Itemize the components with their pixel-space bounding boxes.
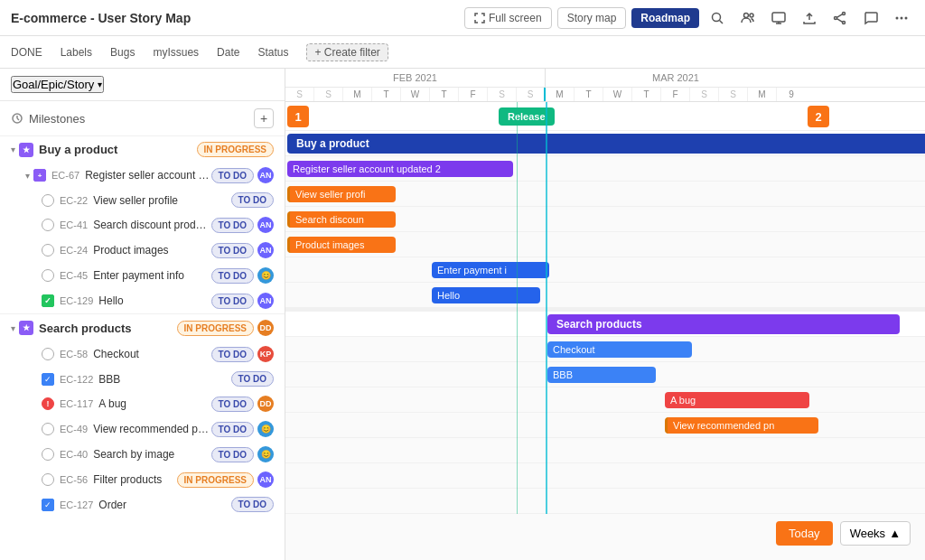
svg-line-11: [836, 18, 842, 22]
story-ec58[interactable]: EC-58 Checkout TO DO KP: [0, 341, 285, 367]
epic-buy-product-name: Buy a product: [39, 143, 197, 156]
story-ec41-right: TO DO AN: [211, 217, 274, 233]
day-s21: S: [314, 88, 343, 101]
goal-epic-story-dropdown[interactable]: Goal/Epic/Story ▾: [11, 76, 104, 93]
story-icon-ec117: !: [42, 397, 54, 410]
bar-a-bug[interactable]: A bug: [665, 392, 809, 408]
day-s27: S: [488, 88, 517, 101]
svg-point-12: [896, 16, 899, 19]
padding-row-3: [285, 489, 925, 514]
bar-search-products-epic[interactable]: Search products: [547, 314, 900, 334]
filter-done[interactable]: DONE: [11, 46, 42, 59]
story-name-ec58: Checkout: [93, 348, 210, 360]
bar-bbb[interactable]: BBB: [547, 367, 656, 383]
share-button[interactable]: [827, 5, 853, 31]
story-ec129[interactable]: ✓ EC-129 Hello TO DO AN: [0, 288, 285, 313]
day-s20: S: [285, 88, 314, 101]
story-ec56-right: IN PROGRESS AN: [177, 471, 274, 488]
epic-buy-product-icon: ★: [19, 143, 33, 157]
story-ec122[interactable]: ✓ EC-122 BBB TO DO: [0, 367, 285, 391]
avatar-search-products: DD: [257, 320, 274, 336]
day-t2: T: [575, 88, 603, 101]
avatar-ec67: AN: [257, 167, 274, 183]
bar-enter-payment[interactable]: Enter payment i: [432, 262, 549, 278]
roadmap-button[interactable]: Roadmap: [631, 8, 699, 28]
story-ec117[interactable]: ! EC-117 A bug TO DO DD: [0, 391, 285, 416]
avatar-ec40: 😊: [257, 446, 274, 462]
add-milestone-button[interactable]: +: [254, 108, 274, 128]
story-icon-ec41: [42, 219, 54, 231]
story-ec58-right: TO DO KP: [211, 346, 274, 362]
avatar-ec41: AN: [257, 217, 274, 233]
bar-checkout[interactable]: Checkout: [547, 341, 692, 358]
bar-register-seller[interactable]: Register seller account updated 2: [287, 161, 513, 177]
story-name-ec117: A bug: [98, 397, 210, 410]
filter-status[interactable]: Status: [257, 46, 288, 59]
epic-buy-product[interactable]: ▾ ★ Buy a product IN PROGRESS: [0, 136, 285, 163]
padding-row-2: [285, 463, 925, 489]
chevron-buy-product[interactable]: ▾: [11, 145, 15, 154]
story-name-ec56: Filter products: [93, 473, 176, 486]
users-icon: [741, 11, 755, 25]
search-button[interactable]: [705, 5, 730, 31]
bar-view-recommended[interactable]: View recommended pn: [665, 417, 818, 434]
badge-ec45: TO DO: [211, 268, 254, 284]
filter-date[interactable]: Date: [217, 46, 239, 59]
chevron-search-products[interactable]: ▾: [11, 323, 15, 333]
day-t4: T: [632, 88, 661, 101]
monitor-button[interactable]: [766, 5, 791, 31]
epic-search-products[interactable]: ▾ ★ Search products IN PROGRESS DD: [0, 313, 285, 341]
storymap-button[interactable]: Story map: [557, 7, 627, 29]
fullscreen-icon: [474, 13, 485, 23]
bar-buy-product-epic[interactable]: Buy a product: [287, 134, 925, 154]
bar-product-images[interactable]: Product images: [287, 237, 396, 253]
story-ec67[interactable]: ▾ + EC-67 Register seller account up... …: [0, 163, 285, 188]
row-search-discount: Search discoun: [285, 207, 925, 232]
chevron-ec67: ▾: [25, 171, 30, 181]
story-ec41[interactable]: EC-41 Search discount products TO DO AN: [0, 212, 285, 238]
monitor-icon: [771, 11, 786, 25]
filter-bugs[interactable]: Bugs: [110, 46, 135, 59]
story-id-ec58: EC-58: [60, 349, 88, 359]
story-icon-ec67: +: [33, 169, 46, 182]
svg-line-10: [836, 14, 842, 17]
story-ec40-right: TO DO 😊: [211, 446, 274, 462]
story-icon-ec129: ✓: [42, 294, 54, 307]
bar-search-discount[interactable]: Search discoun: [287, 211, 396, 228]
filter-labels[interactable]: Labels: [61, 46, 92, 59]
bar-view-seller[interactable]: View seller profi: [287, 186, 396, 202]
story-ec127-right: TO DO: [231, 497, 274, 512]
milestone-1-badge[interactable]: 1: [287, 106, 309, 127]
users-button[interactable]: [735, 5, 761, 31]
story-id-ec24: EC-24: [60, 245, 88, 256]
story-name-ec41: Search discount products: [93, 219, 210, 231]
row-a-bug: A bug: [285, 387, 925, 413]
gantt-body: 1 Release 2 Buy a product Register selle…: [285, 102, 925, 514]
epic-search-products-name: Search products: [39, 322, 177, 335]
milestone-2-badge[interactable]: 2: [808, 106, 829, 127]
upload-button[interactable]: [797, 5, 822, 31]
story-ec22[interactable]: EC-22 View seller profile TO DO: [0, 188, 285, 212]
svg-point-14: [905, 16, 908, 19]
fullscreen-button[interactable]: Full screen: [464, 7, 552, 29]
upload-icon: [802, 11, 817, 25]
create-filter-button[interactable]: + Create filter: [306, 43, 388, 61]
story-ec45[interactable]: EC-45 Enter payment info TO DO 😊: [0, 263, 285, 288]
svg-rect-4: [772, 13, 785, 22]
more-button[interactable]: [889, 5, 914, 31]
bar-hello[interactable]: Hello: [432, 287, 540, 303]
story-ec127[interactable]: ✓ EC-127 Order TO DO: [0, 492, 285, 517]
badge-ec127: TO DO: [231, 497, 274, 512]
story-ec56[interactable]: EC-56 Filter products IN PROGRESS AN: [0, 467, 285, 492]
story-ec40[interactable]: EC-40 Search by image TO DO 😊: [0, 442, 285, 467]
filter-myissues[interactable]: myIssues: [153, 46, 199, 59]
milestone-icon: [11, 112, 23, 125]
story-icon-ec24: [42, 244, 54, 257]
badge-ec56: IN PROGRESS: [177, 472, 254, 488]
release-badge[interactable]: Release: [499, 107, 555, 126]
story-name-ec24: Product images: [93, 244, 210, 257]
story-ec49[interactable]: EC-49 View recommended prod... TO DO 😊: [0, 416, 285, 442]
story-ec24[interactable]: EC-24 Product images TO DO AN: [0, 238, 285, 263]
story-id-ec117: EC-117: [60, 398, 93, 409]
chat-button[interactable]: [858, 5, 883, 31]
